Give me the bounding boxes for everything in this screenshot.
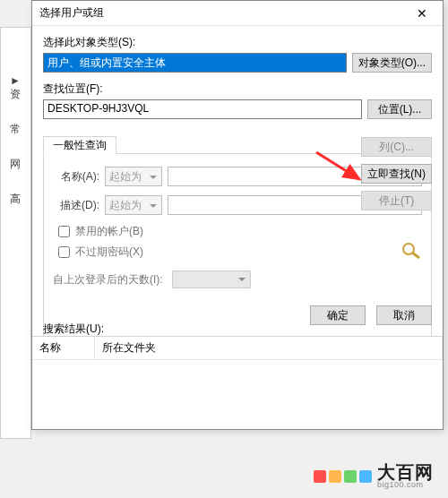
watermark-logo — [314, 470, 372, 483]
svg-line-1 — [412, 253, 419, 258]
dialog-action-buttons: 确定 取消 — [310, 305, 432, 325]
background-window: ► 资 常 网 高 — [0, 27, 31, 439]
select-user-dialog: 选择用户或组 ✕ 选择此对象类型(S): 用户、组或内置安全主体 对象类型(O)… — [31, 0, 444, 430]
stop-button[interactable]: 停止(T) — [361, 191, 432, 210]
desc-label: 描述(D): — [53, 198, 99, 213]
logo-block — [344, 470, 357, 483]
no-expire-password-checkbox[interactable]: 不过期密码(X) — [58, 245, 422, 260]
watermark-text-en: big100.com — [377, 481, 434, 489]
right-button-column: 列(C)... 立即查找(N) 停止(T) — [361, 137, 432, 210]
magnifier-icon — [400, 241, 425, 261]
ok-button[interactable]: 确定 — [310, 305, 366, 325]
location-field[interactable]: DESKTOP-9HJ3VQL — [43, 99, 362, 119]
watermark-text-zh: 大百网 — [377, 463, 434, 481]
location-label: 查找位置(F): — [43, 82, 432, 97]
disabled-accounts-checkbox[interactable]: 禁用的帐户(B) — [58, 224, 422, 239]
days-combo[interactable] — [172, 270, 251, 288]
name-operator-combo[interactable]: 起始为 — [105, 167, 162, 186]
object-type-label: 选择此对象类型(S): — [43, 35, 432, 50]
results-header: 名称 所在文件夹 — [32, 337, 443, 360]
desc-operator-combo[interactable]: 起始为 — [105, 195, 162, 215]
checkbox-icon[interactable] — [58, 226, 70, 237]
object-type-field[interactable]: 用户、组或内置安全主体 — [43, 53, 347, 73]
columns-button[interactable]: 列(C)... — [361, 137, 432, 157]
watermark: 大百网 big100.com — [314, 463, 434, 489]
cancel-button[interactable]: 取消 — [376, 305, 432, 325]
logo-block — [314, 470, 326, 483]
logo-block — [359, 470, 372, 483]
dialog-titlebar: 选择用户或组 ✕ — [32, 1, 443, 26]
find-now-button[interactable]: 立即查找(N) — [361, 164, 432, 184]
column-folder[interactable]: 所在文件夹 — [95, 337, 443, 359]
days-since-logon-label: 自上次登录后的天数(I): — [53, 272, 163, 288]
checkbox-icon[interactable] — [58, 246, 70, 258]
name-label: 名称(A): — [53, 169, 99, 185]
logo-block — [329, 470, 341, 483]
close-button[interactable]: ✕ — [409, 4, 435, 22]
object-types-button[interactable]: 对象类型(O)... — [352, 53, 432, 73]
tab-general-query[interactable]: 一般性查询 — [43, 136, 116, 154]
location-button[interactable]: 位置(L)... — [367, 99, 432, 119]
column-name[interactable]: 名称 — [32, 337, 95, 359]
results-table: 名称 所在文件夹 — [32, 336, 443, 429]
dialog-title: 选择用户或组 — [39, 5, 104, 21]
search-results-label: 搜索结果(U): — [43, 322, 104, 337]
